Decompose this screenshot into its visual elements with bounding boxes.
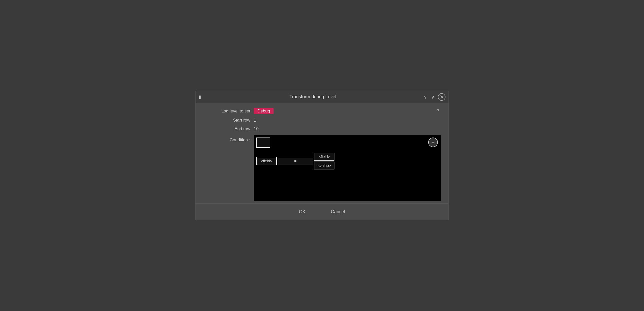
value-box[interactable]: <value> (314, 162, 334, 169)
close-button[interactable]: ✕ (438, 93, 445, 101)
condition-canvas: <field> = <field> <value> + (254, 135, 441, 201)
log-level-row: Log level to set Debug ▼ (203, 108, 441, 114)
app-icon: ▮ (199, 94, 201, 100)
maximize-button[interactable]: ∧ (430, 94, 436, 100)
log-level-badge[interactable]: Debug (254, 108, 274, 114)
field2-box[interactable]: <field> (314, 153, 334, 161)
dialog-title: Transform debug Level (204, 94, 422, 100)
log-level-label: Log level to set (203, 109, 254, 114)
minimize-button[interactable]: ∨ (422, 94, 428, 100)
end-row-label: End row (203, 126, 254, 131)
start-row-row: Start row 1 (203, 118, 441, 123)
operator-box[interactable]: = (278, 157, 313, 165)
field-value-col: <field> <value> (314, 153, 334, 169)
condition-field-row: <field> = <field> <value> (256, 153, 438, 169)
start-row-value: 1 (254, 118, 256, 123)
condition-section: Condition : <field> = <field> <value> + (203, 135, 441, 201)
add-condition-button[interactable]: + (428, 138, 438, 147)
log-level-control: Debug ▼ (254, 108, 441, 114)
condition-top-box[interactable] (256, 138, 270, 148)
title-bar: ▮ Transform debug Level ∨ ∧ ✕ (195, 91, 449, 103)
dialog-body: Log level to set Debug ▼ Start row 1 End… (195, 103, 449, 201)
ok-button[interactable]: OK (294, 208, 311, 216)
dialog-footer: OK Cancel (195, 203, 449, 220)
start-row-label: Start row (203, 118, 254, 123)
window-controls: ∨ ∧ ✕ (422, 93, 445, 101)
field1-box[interactable]: <field> (256, 157, 277, 165)
dialog-transform-debug: ▮ Transform debug Level ∨ ∧ ✕ Log level … (195, 91, 449, 220)
end-row-value: 10 (254, 126, 259, 131)
condition-label: Condition : (203, 135, 254, 143)
end-row-row: End row 10 (203, 126, 441, 131)
dropdown-arrow-icon[interactable]: ▼ (436, 108, 441, 114)
cancel-button[interactable]: Cancel (326, 208, 350, 216)
